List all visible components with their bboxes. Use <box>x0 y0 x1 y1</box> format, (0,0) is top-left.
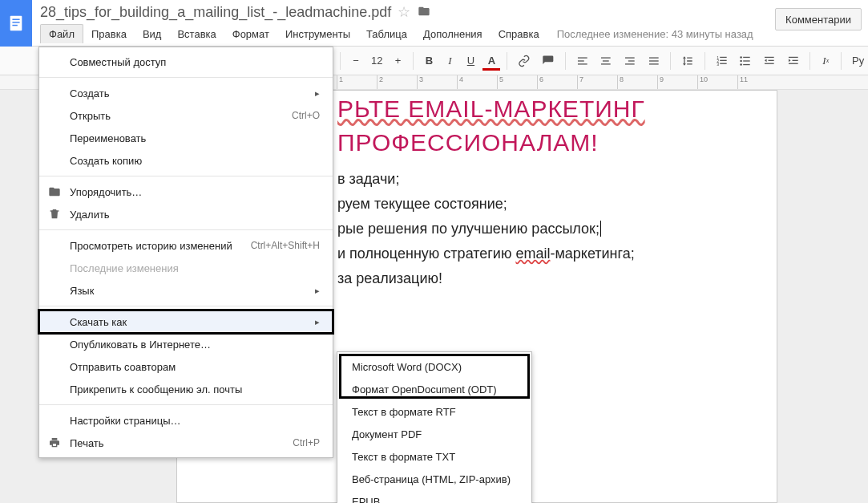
svg-rect-29 <box>769 59 774 60</box>
underline-button[interactable]: U <box>462 51 479 71</box>
svg-rect-33 <box>789 63 798 63</box>
svg-rect-15 <box>648 63 658 64</box>
svg-rect-5 <box>578 60 584 61</box>
svg-rect-1 <box>12 19 19 20</box>
svg-rect-14 <box>648 60 658 61</box>
download-pdf[interactable]: Документ PDF <box>337 423 531 445</box>
ruler-tick: 7 <box>577 75 617 89</box>
menu-share[interactable]: Совместный доступ <box>39 51 333 73</box>
svg-rect-13 <box>648 57 658 58</box>
app-header: 28_tips_for_building_a_mailing_list_-_le… <box>0 0 868 47</box>
font-size-value[interactable]: 12 <box>368 55 386 67</box>
svg-rect-27 <box>744 63 750 64</box>
menu-separator <box>39 229 333 230</box>
menu-separator <box>39 77 333 78</box>
menu-separator <box>39 176 333 176</box>
doc-line: руем текущее состояние; <box>337 196 745 213</box>
menu-language[interactable]: Язык▸ <box>39 279 333 302</box>
align-justify-icon[interactable] <box>644 51 664 71</box>
menu-addons[interactable]: Дополнения <box>415 25 491 43</box>
menu-format[interactable]: Формат <box>224 25 277 43</box>
menu-file[interactable]: Файл <box>40 24 83 43</box>
svg-rect-28 <box>765 56 774 57</box>
folder-icon[interactable] <box>417 5 431 20</box>
ruler-tick: 2 <box>377 75 417 89</box>
download-docx[interactable]: Microsoft Word (DOCX) <box>337 355 531 378</box>
ruler-tick: 3 <box>417 75 457 89</box>
svg-point-26 <box>741 63 743 66</box>
italic-button[interactable]: I <box>441 51 458 71</box>
svg-rect-8 <box>603 60 609 61</box>
file-menu-dropdown: Совместный доступ Создать▸ ОткрытьCtrl+O… <box>38 47 333 458</box>
ruler-tick: 5 <box>497 75 537 89</box>
menu-organize[interactable]: Упорядочить… <box>39 181 333 203</box>
menu-recent-changes: Последние изменения <box>39 257 333 279</box>
title-area: 28_tips_for_building_a_mailing_list_-_le… <box>32 0 775 43</box>
menu-open[interactable]: ОткрытьCtrl+O <box>39 104 333 127</box>
download-html[interactable]: Веб-страница (HTML, ZIP-архив) <box>337 468 531 490</box>
menu-email-attachment[interactable]: Прикрепить к сообщению эл. почты <box>39 378 333 400</box>
line-spacing-icon[interactable] <box>677 51 698 71</box>
menu-view[interactable]: Вид <box>135 25 170 43</box>
insert-link-icon[interactable] <box>514 51 535 71</box>
menu-delete[interactable]: Удалить <box>39 203 333 225</box>
font-size-dec-icon[interactable]: − <box>347 51 365 71</box>
menu-email-collaborators[interactable]: Отправить соавторам <box>39 355 333 378</box>
last-edit-label[interactable]: Последнее изменение: 43 минуты назад <box>557 28 753 40</box>
text-color-button[interactable]: A <box>482 51 500 71</box>
menu-new[interactable]: Создать▸ <box>39 82 333 104</box>
menu-rename[interactable]: Переименовать <box>39 127 333 149</box>
doc-line: и полноценную стратегию email-маркетинга… <box>337 245 745 262</box>
menu-history[interactable]: Просмотреть историю измененийCtrl+Alt+Sh… <box>39 234 333 257</box>
menu-help[interactable]: Справка <box>491 25 547 43</box>
menu-publish[interactable]: Опубликовать в Интернете… <box>39 333 333 355</box>
numbered-list-icon[interactable]: 123 <box>712 51 733 71</box>
align-center-icon[interactable] <box>595 51 616 71</box>
bullet-list-icon[interactable] <box>735 51 756 71</box>
menu-page-setup[interactable]: Настройки страницы… <box>39 409 333 432</box>
menu-print[interactable]: ПечатьCtrl+P <box>39 432 333 454</box>
download-odt[interactable]: Формат OpenDocument (ODT) <box>337 378 531 400</box>
svg-rect-10 <box>625 57 635 58</box>
download-epub[interactable]: EPUB <box>337 490 531 503</box>
docs-logo-icon[interactable] <box>0 0 32 47</box>
svg-rect-31 <box>789 56 798 57</box>
bold-button[interactable]: B <box>420 51 438 71</box>
spellcheck-button[interactable]: Ру <box>848 51 868 71</box>
align-right-icon[interactable] <box>620 51 640 71</box>
menu-download-as[interactable]: Скачать как▸ <box>39 310 333 333</box>
menu-tools[interactable]: Инструменты <box>277 25 358 43</box>
menu-bar: Файл Правка Вид Вставка Формат Инструмен… <box>40 24 769 43</box>
align-left-icon[interactable] <box>572 51 593 71</box>
menu-edit[interactable]: Правка <box>83 25 135 43</box>
print-icon <box>47 436 62 450</box>
download-rtf[interactable]: Текст в формате RTF <box>337 400 531 423</box>
svg-rect-30 <box>765 63 774 63</box>
svg-rect-23 <box>744 56 750 57</box>
menu-insert[interactable]: Вставка <box>169 25 224 43</box>
ruler-tick: 6 <box>537 75 577 89</box>
ruler-tick: 9 <box>657 75 697 89</box>
clear-formatting-icon[interactable]: Ix <box>817 51 834 71</box>
font-size-inc-icon[interactable]: + <box>389 51 406 71</box>
document-title[interactable]: 28_tips_for_building_a_mailing_list_-_le… <box>40 4 391 21</box>
menu-table[interactable]: Таблица <box>358 25 415 43</box>
doc-heading-1: РЬТЕ EMAIL‑МАРКЕТИНГ <box>337 95 745 123</box>
ruler-tick: 10 <box>697 75 737 89</box>
toolbar-separator <box>340 52 341 70</box>
svg-rect-17 <box>720 56 726 57</box>
ruler-tick: 1 <box>337 75 377 89</box>
menu-make-copy[interactable]: Создать копию <box>39 149 333 172</box>
download-txt[interactable]: Текст в формате TXT <box>337 445 531 468</box>
folder-icon <box>47 185 62 199</box>
ruler-tick: 11 <box>737 75 777 89</box>
toolbar-separator <box>670 52 671 70</box>
toolbar-separator <box>565 52 566 70</box>
outdent-icon[interactable] <box>759 51 780 71</box>
star-icon[interactable]: ☆ <box>398 3 410 21</box>
comments-button[interactable]: Комментарии <box>775 8 862 30</box>
svg-rect-11 <box>628 60 635 61</box>
insert-comment-icon[interactable] <box>538 51 559 71</box>
svg-rect-2 <box>12 22 19 22</box>
indent-icon[interactable] <box>783 51 804 71</box>
